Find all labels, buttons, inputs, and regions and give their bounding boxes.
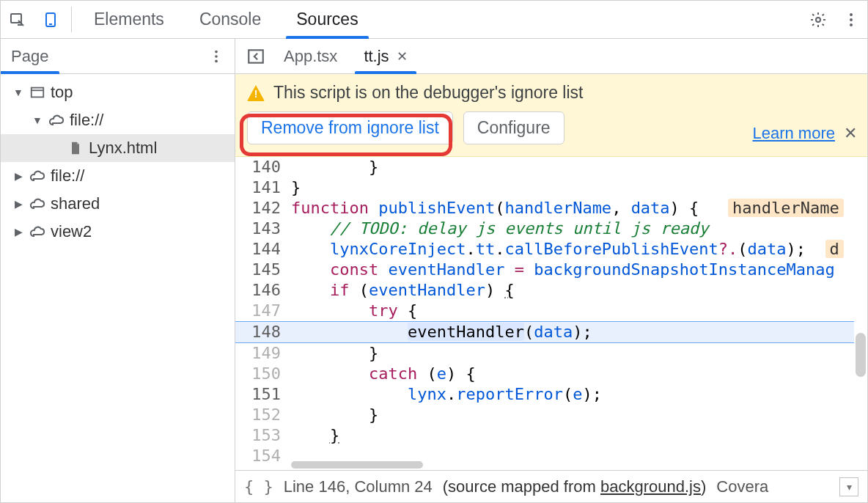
chevron-down-icon[interactable]: ▼ [32,114,43,126]
svg-point-3 [816,18,820,22]
tree-item-label: shared [51,194,100,213]
tree-item[interactable]: ▼file:// [1,106,235,134]
infobar-close-icon[interactable]: ✕ [844,124,857,143]
learn-more-link[interactable]: Learn more [752,124,835,143]
line-content: try { [288,301,854,321]
code-editor[interactable]: 140 }141}142function publishEvent(handle… [235,157,867,470]
line-number[interactable]: 146 [235,280,288,301]
devtools-tabbar: ElementsConsoleSources [1,1,867,39]
code-line[interactable]: 152 } [235,405,854,425]
code-line[interactable]: 147 try { [235,301,854,321]
panel-tab-elements[interactable]: Elements [76,1,182,38]
file-tab-label: App.tsx [284,47,337,66]
line-number[interactable]: 141 [235,177,288,198]
close-tab-icon[interactable]: ✕ [397,48,408,65]
svg-point-5 [850,18,853,21]
tree-item[interactable]: Lynx.html [1,134,235,162]
line-content: // TODO: delay js events until js ready [288,219,854,239]
toggle-device-icon[interactable] [34,1,67,38]
navigator-title[interactable]: Page [11,47,48,66]
line-number[interactable]: 145 [235,260,288,280]
file-tab[interactable]: tt.js✕ [350,39,420,73]
file-tabs: App.tsxtt.js✕ [235,39,867,74]
cloud-icon [29,223,46,241]
code-line[interactable]: 142function publishEvent(handlerName, da… [235,198,854,219]
tab-nav-back-icon[interactable] [241,47,271,66]
tree-item-label: Lynx.html [89,139,157,158]
inspect-element-icon[interactable] [1,1,34,38]
line-number[interactable]: 140 [235,157,288,177]
line-number[interactable]: 148 [235,322,288,342]
panel-tab-console[interactable]: Console [182,1,279,38]
status-toggle-icon[interactable]: ▾ [839,477,858,496]
code-line[interactable]: 150 catch (e) { [235,364,854,384]
svg-rect-10 [32,88,44,98]
svg-point-7 [215,50,218,53]
code-line[interactable]: 145 const eventHandler = backgroundSnaps… [235,260,854,280]
tree-item[interactable]: ▼top [1,78,235,106]
file-icon [67,139,84,157]
source-map-file-link[interactable]: background.js [600,477,701,496]
file-tree: ▼top▼file://Lynx.html▶file://▶shared▶vie… [1,74,235,250]
source-map-info: (source mapped from background.js) [443,477,707,496]
chevron-right-icon[interactable]: ▶ [12,226,24,238]
svg-rect-12 [249,50,263,62]
line-number[interactable]: 142 [235,198,288,219]
line-number[interactable]: 147 [235,301,288,321]
code-line[interactable]: 144 lynxCoreInject.tt.callBeforePublishE… [235,239,854,260]
navigator-more-icon[interactable] [208,48,224,65]
chevron-down-icon[interactable]: ▼ [12,87,24,98]
code-line[interactable]: 148 eventHandler(data); [235,321,854,343]
code-line[interactable]: 151 lynx.reportError(e); [235,384,854,405]
line-number[interactable]: 151 [235,384,288,405]
code-line[interactable]: 153 } [235,425,854,446]
divider [71,7,72,32]
cursor-position: Line 146, Column 24 [284,477,433,496]
line-number[interactable]: 152 [235,405,288,425]
line-content: } [288,425,854,446]
settings-gear-icon[interactable] [801,1,834,38]
window-icon [29,84,46,101]
tree-item-label: file:// [70,111,103,130]
code-line[interactable]: 140 } [235,157,854,177]
tree-item-label: file:// [51,166,84,186]
pretty-print-icon[interactable]: { } [244,477,273,496]
configure-button[interactable]: Configure [463,111,564,144]
line-number[interactable]: 150 [235,364,288,384]
horizontal-scrollbar[interactable] [291,460,841,470]
cloud-icon [29,167,46,185]
line-content: } [288,177,854,198]
svg-point-9 [215,59,218,62]
code-line[interactable]: 149 } [235,343,854,364]
file-tab-label: tt.js [364,47,389,66]
line-number[interactable]: 149 [235,343,288,364]
code-line[interactable]: 146 if (eventHandler) { [235,280,854,301]
line-content: lynx.reportError(e); [288,384,854,405]
chevron-right-icon[interactable]: ▶ [12,198,24,210]
tree-item[interactable]: ▶view2 [1,218,235,246]
svg-point-8 [215,55,218,58]
line-number[interactable]: 144 [235,239,288,260]
chevron-right-icon[interactable]: ▶ [12,170,24,182]
line-number[interactable]: 153 [235,425,288,446]
tree-item[interactable]: ▶file:// [1,162,235,190]
code-line[interactable]: 141} [235,177,854,198]
line-content: } [288,405,854,425]
panel-tab-sources[interactable]: Sources [279,1,375,38]
tree-item-label: view2 [51,222,92,241]
file-tab[interactable]: App.tsx [271,39,350,73]
line-number[interactable]: 154 [235,446,288,466]
line-number[interactable]: 143 [235,219,288,239]
vertical-scrollbar[interactable] [854,157,867,470]
line-content: function publishEvent(handlerName, data)… [288,198,854,219]
status-bar: { } Line 146, Column 24 (source mapped f… [235,470,867,502]
code-line[interactable]: 143 // TODO: delay js events until js re… [235,219,854,239]
tree-item[interactable]: ▶shared [1,190,235,218]
kebab-menu-icon[interactable] [834,1,867,38]
cloud-icon [48,111,65,129]
remove-from-ignore-list-button[interactable]: Remove from ignore list [247,111,453,144]
sources-navigator: Page ▼top▼file://Lynx.html▶file://▶share… [1,39,235,502]
source-panel: App.tsxtt.js✕ This script is on the debu… [235,39,867,502]
panel-tabs: ElementsConsoleSources [76,1,376,38]
line-content: eventHandler(data); [288,322,854,342]
